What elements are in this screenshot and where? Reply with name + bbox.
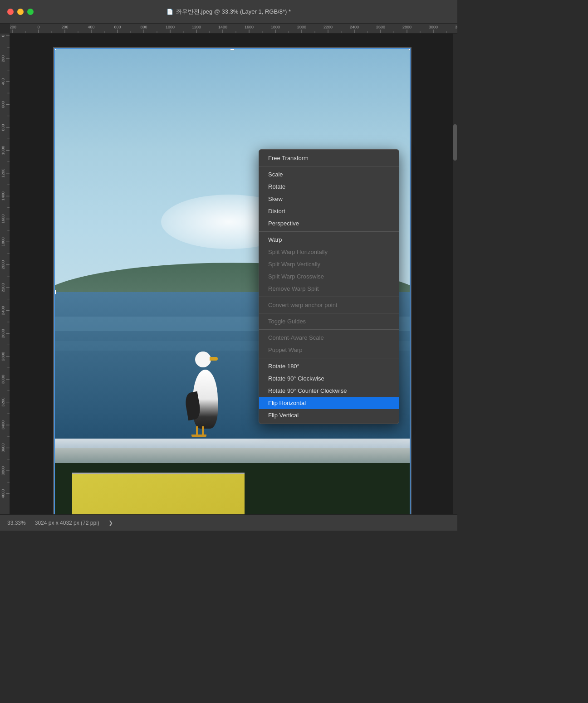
menu-separator bbox=[259, 297, 399, 297]
menu-item-remove-warp-split: Remove Warp Split bbox=[259, 283, 399, 295]
menu-item-flip-vertical[interactable]: Flip Vertical bbox=[259, 409, 399, 421]
menu-item-toggle-guides: Toggle Guides bbox=[259, 315, 399, 327]
traffic-lights bbox=[7, 9, 34, 15]
menu-item-puppet-warp: Puppet Warp bbox=[259, 344, 399, 356]
image-dimensions: 3024 px x 4032 px (72 ppi) bbox=[35, 520, 99, 526]
scrollbar-thumb[interactable] bbox=[453, 124, 457, 161]
menu-item-scale[interactable]: Scale bbox=[259, 168, 399, 181]
handle-top-center[interactable] bbox=[230, 47, 235, 50]
menu-item-free-transform[interactable]: Free Transform bbox=[259, 152, 399, 164]
menu-item-convert-warp-anchor: Convert warp anchor point bbox=[259, 299, 399, 311]
menu-separator bbox=[259, 313, 399, 313]
menu-item-rotate[interactable]: Rotate bbox=[259, 181, 399, 193]
close-button[interactable] bbox=[7, 9, 14, 15]
statusbar: 33.33% 3024 px x 4032 px (72 ppi) ❯ bbox=[0, 514, 457, 531]
menu-item-rotate-180[interactable]: Rotate 180° bbox=[259, 360, 399, 372]
window-title: 📄 좌우반전.jpeg @ 33.3% (Layer 1, RGB/8*) * bbox=[167, 8, 291, 16]
menu-item-warp[interactable]: Warp bbox=[259, 234, 399, 246]
minimize-button[interactable] bbox=[17, 9, 24, 15]
sign-layer bbox=[72, 473, 245, 514]
titlebar: 📄 좌우반전.jpeg @ 33.3% (Layer 1, RGB/8*) * bbox=[0, 0, 457, 24]
menu-item-flip-horizontal[interactable]: Flip Horizontal bbox=[259, 397, 399, 409]
foam-layer bbox=[54, 439, 411, 463]
canvas-area: Free TransformScaleRotateSkewDistortPers… bbox=[10, 34, 453, 514]
menu-item-split-warp-cross: Split Warp Crosswise bbox=[259, 270, 399, 283]
h-ruler-canvas bbox=[10, 24, 457, 33]
context-menu: Free TransformScaleRotateSkewDistortPers… bbox=[259, 149, 399, 424]
menu-separator bbox=[259, 358, 399, 358]
maximize-button[interactable] bbox=[27, 9, 34, 15]
horizontal-ruler bbox=[10, 24, 457, 34]
file-icon: 📄 bbox=[167, 9, 173, 15]
menu-item-rotate-90-ccw[interactable]: Rotate 90° Counter Clockwise bbox=[259, 385, 399, 397]
menu-separator bbox=[259, 231, 399, 232]
menu-separator bbox=[259, 166, 399, 166]
menu-item-split-warp-h: Split Warp Horizontally bbox=[259, 246, 399, 258]
status-arrow[interactable]: ❯ bbox=[108, 520, 113, 526]
v-ruler-canvas bbox=[0, 34, 10, 514]
menu-item-perspective[interactable]: Perspective bbox=[259, 217, 399, 229]
title-label: 좌우반전.jpeg @ 33.3% (Layer 1, RGB/8*) * bbox=[176, 8, 291, 16]
vertical-ruler bbox=[0, 34, 10, 514]
menu-item-distort[interactable]: Distort bbox=[259, 205, 399, 217]
menu-item-skew[interactable]: Skew bbox=[259, 193, 399, 205]
menu-item-content-aware-scale: Content-Aware Scale bbox=[259, 332, 399, 344]
handle-top-left[interactable] bbox=[53, 47, 56, 50]
menu-separator bbox=[259, 329, 399, 330]
seagull bbox=[186, 347, 225, 429]
scrollbar-vertical[interactable] bbox=[453, 34, 457, 514]
handle-middle-left[interactable] bbox=[53, 290, 56, 294]
menu-item-rotate-90-cw[interactable]: Rotate 90° Clockwise bbox=[259, 372, 399, 385]
menu-item-split-warp-v: Split Warp Vertically bbox=[259, 258, 399, 270]
handle-top-right[interactable] bbox=[408, 47, 412, 50]
zoom-level: 33.33% bbox=[7, 520, 26, 526]
